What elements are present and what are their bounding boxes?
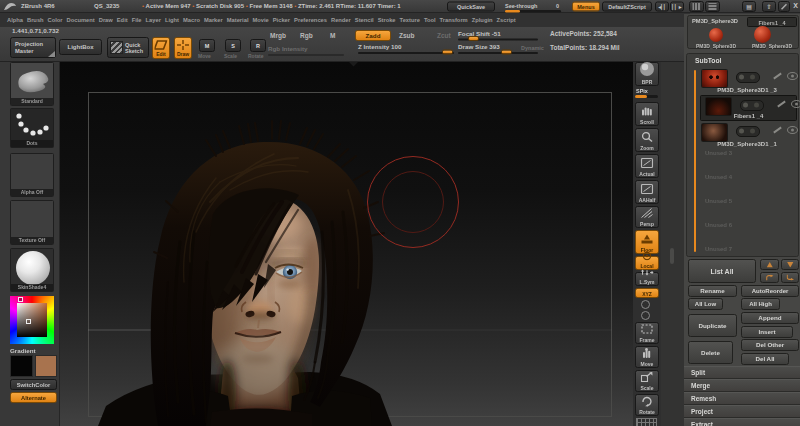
menu-light[interactable]: Light — [165, 17, 179, 23]
document-icon[interactable]: ▤ — [742, 1, 756, 12]
menu-texture[interactable]: Texture — [400, 17, 420, 23]
stroke-thumbnail[interactable]: Dots — [10, 108, 54, 148]
menu-file[interactable]: File — [132, 17, 142, 23]
persp-button[interactable]: Persp — [635, 206, 659, 228]
rgb-button[interactable]: Rgb — [300, 32, 313, 40]
tool-thumbnail-2[interactable] — [754, 26, 771, 43]
m-button[interactable]: M — [330, 32, 335, 40]
menu-edit[interactable]: Edit — [117, 17, 128, 23]
subtool-down-button[interactable] — [781, 259, 799, 270]
del-all-button[interactable]: Del All — [741, 353, 789, 365]
active-tool-tab[interactable]: PM3D_Sphere3D — [692, 18, 738, 24]
polypaint-toggle[interactable] — [736, 126, 760, 137]
gyro-icon[interactable] — [641, 300, 650, 309]
zoom-button[interactable]: Zoom — [635, 128, 659, 152]
material-thumbnail[interactable]: SkinShade4 — [10, 248, 54, 292]
insert-button[interactable]: Insert — [741, 326, 793, 338]
pen-icon[interactable] — [776, 100, 786, 109]
append-button[interactable]: Append — [741, 312, 799, 324]
list-all-button[interactable]: List All — [688, 259, 756, 283]
menu-material[interactable]: Material — [227, 17, 249, 23]
menu-layer[interactable]: Layer — [146, 17, 161, 23]
subtool-row[interactable]: PM3D_Sphere3D1 _3 — [697, 68, 797, 94]
subtool-move-down-button[interactable] — [781, 272, 799, 283]
menu-zscript[interactable]: Zscript — [497, 17, 516, 23]
default-zscript-button[interactable]: DefaultZScript — [602, 2, 652, 12]
right-tray-toggle-icon[interactable]: ▏▏► — [670, 2, 684, 12]
subtool-unused-slot[interactable]: Unused 4 — [705, 173, 732, 180]
menu-document[interactable]: Document — [67, 17, 95, 23]
subtool-unused-slot[interactable]: Unused 6 — [705, 221, 732, 228]
brush-thumbnail[interactable]: Standard — [10, 62, 54, 106]
palette-arrow-icon[interactable] — [705, 1, 720, 12]
palette-icon[interactable] — [689, 1, 704, 12]
aahalf-button[interactable]: AAHalf — [635, 180, 659, 204]
lsym-button[interactable]: L.Sym — [635, 272, 659, 286]
menu-preferences[interactable]: Preferences — [294, 17, 327, 23]
polypaint-toggle[interactable] — [736, 72, 760, 83]
move-mode-icon[interactable]: M — [199, 39, 215, 52]
menu-transform[interactable]: Transform — [440, 17, 468, 23]
pen-icon[interactable] — [772, 72, 782, 81]
sv-selector[interactable] — [26, 319, 31, 324]
menu-marker[interactable]: Marker — [204, 17, 223, 23]
menus-button[interactable]: Menus — [572, 2, 600, 12]
pen-icon[interactable] — [772, 126, 782, 135]
edit-button[interactable]: Edit — [152, 37, 170, 59]
all-low-button[interactable]: All Low — [688, 298, 723, 310]
grid-icon[interactable] — [636, 418, 657, 426]
subtool-unused-slot[interactable]: Unused 3 — [705, 149, 732, 156]
z-intensity-slider[interactable]: Z Intensity 100 — [358, 44, 401, 51]
draw-size-handle[interactable] — [501, 50, 512, 55]
delete-button[interactable]: Delete — [688, 341, 733, 364]
focal-shift-slider[interactable]: Focal Shift -51 — [458, 30, 501, 37]
subtool-move-up-button[interactable] — [760, 272, 779, 283]
menu-render[interactable]: Render — [331, 17, 351, 23]
visibility-eye-icon[interactable] — [787, 72, 798, 80]
menu-movie[interactable]: Movie — [252, 17, 268, 23]
frame-button[interactable]: Frame — [635, 322, 659, 344]
menu-brush[interactable]: Brush — [27, 17, 44, 23]
subtool-row[interactable]: PM3D_Sphere3D1 _1 — [697, 122, 797, 148]
actual-button[interactable]: Actual — [635, 154, 659, 178]
zadd-button[interactable]: Zadd — [355, 30, 391, 41]
subtool-up-button[interactable] — [760, 259, 779, 270]
scroll-button[interactable]: Scroll — [635, 102, 659, 126]
main-color-swatch[interactable] — [10, 355, 33, 377]
dynamic-label[interactable]: Dynamic — [521, 45, 544, 51]
menu-stencil[interactable]: Stencil — [355, 17, 374, 23]
subtool-unused-slot[interactable]: Unused 7 — [705, 245, 732, 252]
section-remesh[interactable]: Remesh — [684, 392, 800, 405]
menu-alpha[interactable]: Alpha — [7, 17, 23, 23]
draw-size-slider[interactable]: Draw Size 393 — [458, 44, 500, 51]
floor-button[interactable]: Floor — [635, 230, 659, 254]
duplicate-button[interactable]: Duplicate — [688, 314, 737, 337]
scale-button[interactable]: Scale — [635, 370, 659, 392]
subtool-unused-slot[interactable]: Unused 5 — [705, 197, 732, 204]
export-icon[interactable]: ⇧ — [762, 1, 776, 12]
tool-tab-2[interactable]: Fibers1 _4 — [747, 17, 797, 27]
rotate-mode-icon[interactable]: R — [250, 39, 266, 52]
subtool-scrollbar[interactable] — [694, 70, 696, 252]
secondary-color-swatch[interactable] — [35, 355, 57, 377]
menu-macro[interactable]: Macro — [183, 17, 200, 23]
menu-stroke[interactable]: Stroke — [378, 17, 396, 23]
rename-button[interactable]: Rename — [688, 285, 737, 297]
move-button[interactable]: Move — [635, 346, 659, 368]
section-split[interactable]: Split — [684, 366, 800, 379]
left-tray-toggle-icon[interactable]: ◄▏▏ — [655, 2, 669, 12]
menu-draw[interactable]: Draw — [99, 17, 113, 23]
hue-selector[interactable] — [18, 297, 23, 302]
gyro-icon[interactable] — [641, 311, 650, 320]
alternate-button[interactable]: Alternate — [10, 392, 57, 403]
subtool-thumbnail[interactable] — [701, 69, 728, 88]
section-merge[interactable]: Merge — [684, 379, 800, 392]
zsub-button[interactable]: Zsub — [399, 32, 415, 40]
xyz-button[interactable]: XYZ — [635, 288, 659, 298]
quick-sketch-button[interactable]: Quick Sketch — [107, 37, 149, 58]
scale-mode-icon[interactable]: S — [225, 39, 241, 52]
bpr-button[interactable]: BPR — [635, 62, 659, 86]
subtool-row[interactable]: Fibers1 _4 — [700, 95, 797, 121]
autoreorder-button[interactable]: AutoReorder — [741, 285, 799, 297]
section-project[interactable]: Project — [684, 405, 800, 418]
